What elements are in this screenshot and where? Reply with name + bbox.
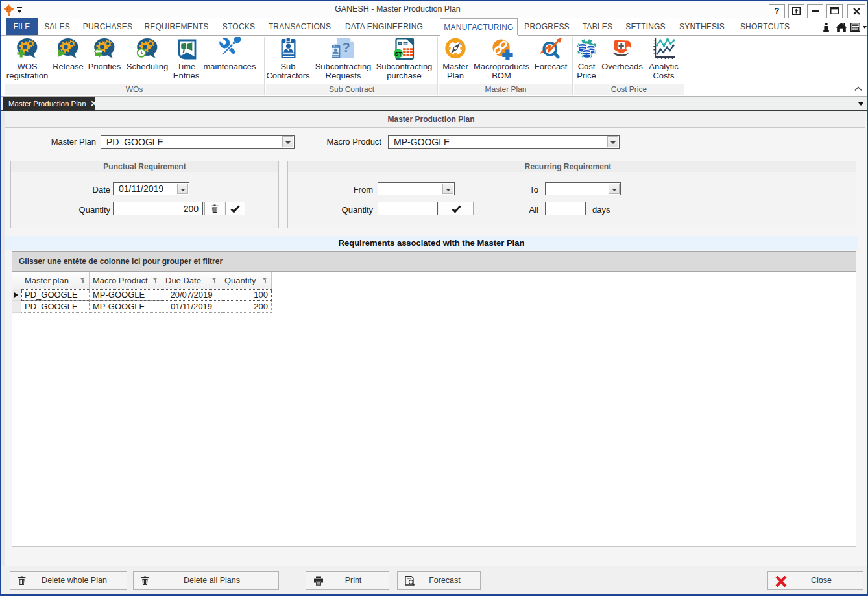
svg-text:?: ? (342, 40, 350, 54)
svg-text:ST: ST (394, 51, 402, 57)
